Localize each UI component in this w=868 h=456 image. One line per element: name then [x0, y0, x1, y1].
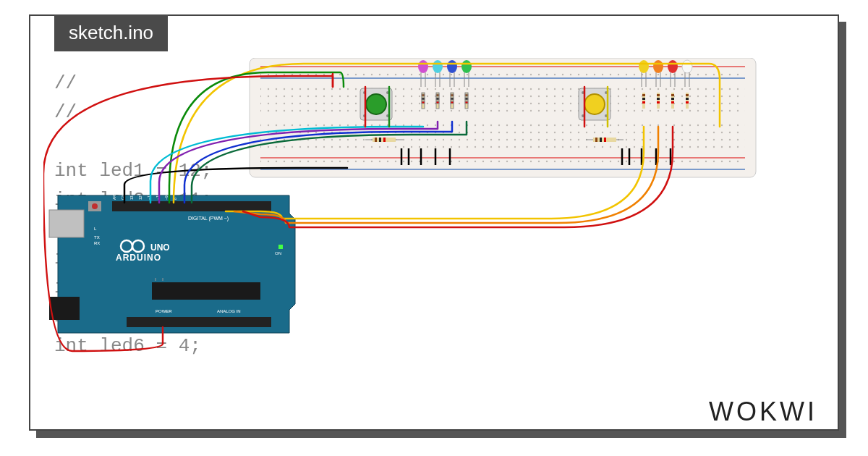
svg-rect-45: [451, 101, 454, 104]
svg-rect-49: [465, 101, 468, 104]
on-label: ON: [275, 251, 281, 256]
svg-rect-40: [436, 98, 439, 100]
svg-rect-47: [465, 94, 468, 96]
svg-rect-59: [642, 101, 645, 104]
svg-point-31: [682, 60, 692, 73]
svg-rect-44: [451, 98, 454, 100]
board-model: UNO: [150, 242, 170, 253]
svg-rect-43: [451, 94, 454, 96]
resistor[interactable]: [642, 93, 645, 109]
svg-rect-100: [49, 210, 84, 237]
tx-label: TX: [94, 235, 100, 240]
svg-rect-65: [671, 94, 674, 96]
svg-point-79: [366, 94, 386, 114]
resistor[interactable]: [686, 93, 689, 109]
svg-rect-63: [657, 101, 660, 104]
wokwi-logo: WOKWI: [709, 397, 817, 427]
resistor[interactable]: [465, 93, 468, 109]
svg-text:13: 13: [129, 195, 134, 200]
svg-rect-74: [600, 138, 602, 142]
svg-rect-36: [422, 98, 425, 100]
resistor[interactable]: [422, 93, 425, 109]
svg-rect-48: [465, 98, 468, 100]
resistor[interactable]: [657, 93, 660, 109]
svg-rect-53: [383, 138, 386, 142]
svg-rect-75: [604, 138, 606, 142]
circuit-simulator[interactable]: UNO ARDUINO DIGITAL (PWM ~) POWER ANALOG…: [43, 58, 810, 362]
push-button-yellow[interactable]: [579, 88, 610, 120]
svg-point-19: [461, 60, 472, 73]
svg-rect-52: [379, 138, 381, 142]
svg-point-103: [92, 203, 98, 209]
resistor[interactable]: [671, 93, 674, 109]
resistor[interactable]: [436, 93, 439, 109]
svg-rect-73: [595, 138, 597, 142]
svg-rect-101: [49, 297, 80, 320]
svg-rect-111: [278, 245, 283, 249]
svg-rect-37: [422, 101, 425, 104]
svg-rect-41: [436, 101, 439, 104]
svg-rect-35: [422, 94, 425, 96]
svg-rect-57: [642, 94, 645, 96]
svg-rect-39: [436, 94, 439, 96]
svg-rect-51: [375, 138, 377, 142]
svg-rect-71: [686, 101, 689, 104]
svg-rect-67: [671, 101, 674, 104]
svg-text:12: 12: [138, 195, 142, 200]
svg-rect-62: [657, 98, 660, 100]
svg-point-10: [418, 60, 428, 73]
filename-label: sketch.ino: [69, 22, 153, 43]
svg-rect-106: [152, 282, 260, 300]
svg-rect-69: [686, 94, 689, 96]
svg-point-22: [639, 60, 649, 73]
power-label: POWER: [156, 309, 172, 313]
svg-point-28: [668, 60, 678, 73]
svg-rect-61: [657, 94, 660, 96]
svg-point-25: [653, 60, 663, 73]
svg-text:AREF: AREF: [112, 190, 116, 200]
svg-text:~9: ~9: [164, 195, 169, 200]
digital-label: DIGITAL (PWM ~): [188, 216, 229, 221]
analog-label: ANALOG IN: [217, 309, 241, 313]
svg-point-16: [447, 60, 457, 73]
resistor[interactable]: [451, 93, 454, 109]
rx-label: RX: [94, 241, 100, 245]
file-tab[interactable]: sketch.ino: [54, 14, 168, 51]
svg-point-85: [584, 94, 605, 114]
svg-point-13: [433, 60, 443, 73]
svg-rect-58: [642, 98, 645, 100]
svg-rect-105: [127, 317, 271, 327]
board-name: ARDUINO: [116, 253, 161, 263]
svg-rect-66: [671, 98, 674, 100]
svg-rect-70: [686, 98, 689, 100]
